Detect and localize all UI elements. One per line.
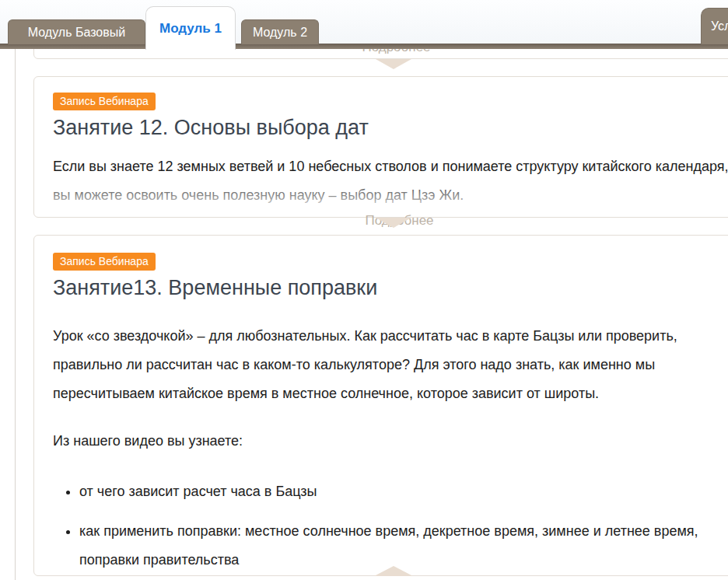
lesson-title: Занятие13. Временные поправки bbox=[53, 275, 728, 300]
tab-label: Модуль Базовый bbox=[28, 26, 125, 40]
webinar-badge: Запись Вебинара bbox=[53, 253, 156, 271]
lesson-card-13: Запись Вебинара Занятие13. Временные поп… bbox=[33, 235, 728, 576]
tab-label: Модуль 1 bbox=[159, 21, 222, 37]
tab-bar: Модуль Базовый Модуль 1 Модуль 2 Усл bbox=[0, 0, 728, 49]
lesson-lead-in: Из нашего видео вы узнаете: bbox=[53, 427, 728, 456]
lesson-description: Урок «со звездочкой» – для любознательны… bbox=[53, 322, 728, 408]
chevron-down-icon bbox=[376, 59, 411, 69]
tab-bar-strip bbox=[0, 44, 728, 49]
tab-module-1-active[interactable]: Модуль 1 bbox=[145, 6, 236, 50]
tab-module-2[interactable]: Модуль 2 bbox=[241, 19, 319, 44]
tab-truncated-right[interactable]: Усл bbox=[701, 8, 728, 44]
lesson-title: Занятие 12. Основы выбора дат bbox=[53, 115, 728, 140]
tab-label: Усл bbox=[711, 19, 728, 33]
lesson-bullet-list: от чего зависит расчет часа в Бацзы как … bbox=[53, 477, 728, 575]
module-content-panel: Подробнее Запись Вебинара Занятие 12. Ос… bbox=[15, 49, 728, 580]
tab-label: Модуль 2 bbox=[253, 26, 307, 40]
lesson-excerpt: Если вы знаете 12 земных ветвей и 10 неб… bbox=[53, 152, 728, 210]
webinar-badge: Запись Вебинара bbox=[53, 93, 156, 110]
lesson-card-partial: Подробнее bbox=[33, 49, 728, 59]
more-link[interactable]: Подробнее bbox=[362, 49, 430, 55]
bullet-item: от чего зависит расчет часа в Бацзы bbox=[79, 477, 728, 506]
lesson-card-12: Запись Вебинара Занятие 12. Основы выбор… bbox=[33, 76, 728, 218]
chevron-down-icon bbox=[376, 218, 411, 228]
chevron-up-icon bbox=[374, 566, 413, 576]
tab-module-basic[interactable]: Модуль Базовый bbox=[8, 19, 145, 44]
